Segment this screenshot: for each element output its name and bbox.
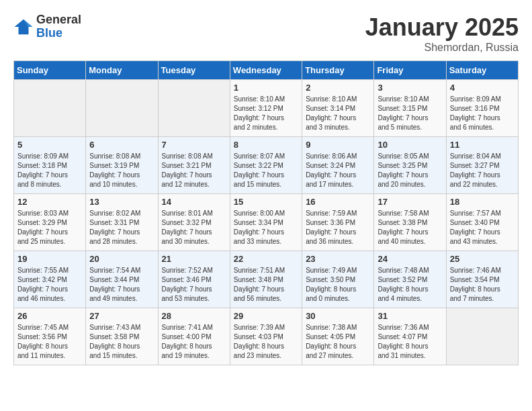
- day-info: Sunrise: 7:52 AM Sunset: 3:46 PM Dayligh…: [162, 266, 226, 304]
- week-row-3: 12Sunrise: 8:03 AM Sunset: 3:29 PM Dayli…: [14, 194, 519, 251]
- day-number: 26: [17, 311, 82, 321]
- calendar-cell: 16Sunrise: 7:59 AM Sunset: 3:36 PM Dayli…: [302, 194, 374, 251]
- calendar-cell: 26Sunrise: 7:45 AM Sunset: 3:56 PM Dayli…: [14, 308, 86, 365]
- week-row-1: 1Sunrise: 8:10 AM Sunset: 3:12 PM Daylig…: [14, 80, 519, 137]
- day-number: 16: [306, 197, 370, 207]
- day-number: 7: [162, 140, 226, 150]
- calendar-cell: [446, 308, 518, 365]
- day-number: 12: [17, 197, 82, 207]
- logo-general: General: [36, 13, 81, 27]
- day-number: 25: [450, 254, 515, 264]
- calendar-cell: 5Sunrise: 8:09 AM Sunset: 3:18 PM Daylig…: [14, 137, 86, 194]
- calendar-cell: [86, 80, 158, 137]
- subtitle: Shemordan, Russia: [365, 42, 519, 54]
- logo-text: General Blue: [36, 13, 81, 40]
- header-wednesday: Wednesday: [230, 61, 302, 80]
- calendar-cell: 30Sunrise: 7:38 AM Sunset: 4:05 PM Dayli…: [302, 308, 374, 365]
- day-info: Sunrise: 7:59 AM Sunset: 3:36 PM Dayligh…: [306, 209, 370, 246]
- header-saturday: Saturday: [446, 61, 518, 80]
- day-info: Sunrise: 7:49 AM Sunset: 3:50 PM Dayligh…: [306, 266, 370, 304]
- calendar-cell: 15Sunrise: 8:00 AM Sunset: 3:34 PM Dayli…: [230, 194, 302, 251]
- calendar-table: SundayMondayTuesdayWednesdayThursdayFrid…: [13, 60, 519, 365]
- day-info: Sunrise: 7:38 AM Sunset: 4:05 PM Dayligh…: [306, 323, 370, 361]
- day-info: Sunrise: 8:10 AM Sunset: 3:12 PM Dayligh…: [234, 95, 298, 132]
- day-number: 8: [234, 140, 298, 150]
- header-friday: Friday: [374, 61, 446, 80]
- calendar-cell: 2Sunrise: 8:10 AM Sunset: 3:14 PM Daylig…: [302, 80, 374, 137]
- day-info: Sunrise: 8:08 AM Sunset: 3:21 PM Dayligh…: [162, 152, 226, 189]
- day-number: 29: [234, 311, 298, 321]
- calendar-cell: 12Sunrise: 8:03 AM Sunset: 3:29 PM Dayli…: [14, 194, 86, 251]
- calendar-cell: 18Sunrise: 7:57 AM Sunset: 3:40 PM Dayli…: [446, 194, 518, 251]
- day-info: Sunrise: 8:02 AM Sunset: 3:31 PM Dayligh…: [89, 209, 154, 246]
- day-number: 18: [450, 197, 515, 207]
- calendar-cell: 9Sunrise: 8:06 AM Sunset: 3:24 PM Daylig…: [302, 137, 374, 194]
- calendar-header-row: SundayMondayTuesdayWednesdayThursdayFrid…: [14, 61, 519, 80]
- week-row-2: 5Sunrise: 8:09 AM Sunset: 3:18 PM Daylig…: [14, 137, 519, 194]
- day-info: Sunrise: 7:54 AM Sunset: 3:44 PM Dayligh…: [89, 266, 154, 304]
- header-sunday: Sunday: [14, 61, 86, 80]
- title-block: January 2025 Shemordan, Russia: [365, 13, 519, 54]
- day-info: Sunrise: 7:51 AM Sunset: 3:48 PM Dayligh…: [234, 266, 298, 304]
- day-info: Sunrise: 7:36 AM Sunset: 4:07 PM Dayligh…: [378, 323, 442, 361]
- day-info: Sunrise: 7:46 AM Sunset: 3:54 PM Dayligh…: [450, 266, 515, 304]
- week-row-4: 19Sunrise: 7:55 AM Sunset: 3:42 PM Dayli…: [14, 251, 519, 308]
- week-row-5: 26Sunrise: 7:45 AM Sunset: 3:56 PM Dayli…: [14, 308, 519, 365]
- day-number: 28: [162, 311, 226, 321]
- calendar-cell: 22Sunrise: 7:51 AM Sunset: 3:48 PM Dayli…: [230, 251, 302, 308]
- day-number: 20: [89, 254, 154, 264]
- day-number: 4: [450, 83, 515, 93]
- day-number: 27: [89, 311, 154, 321]
- calendar-cell: 6Sunrise: 8:08 AM Sunset: 3:19 PM Daylig…: [86, 137, 158, 194]
- calendar-cell: [158, 80, 230, 137]
- day-info: Sunrise: 8:03 AM Sunset: 3:29 PM Dayligh…: [17, 209, 82, 246]
- day-info: Sunrise: 8:10 AM Sunset: 3:15 PM Dayligh…: [378, 95, 442, 132]
- day-info: Sunrise: 7:55 AM Sunset: 3:42 PM Dayligh…: [17, 266, 82, 304]
- header-thursday: Thursday: [302, 61, 374, 80]
- calendar-cell: 21Sunrise: 7:52 AM Sunset: 3:46 PM Dayli…: [158, 251, 230, 308]
- calendar-cell: [14, 80, 86, 137]
- calendar-cell: 4Sunrise: 8:09 AM Sunset: 3:16 PM Daylig…: [446, 80, 518, 137]
- calendar-cell: 7Sunrise: 8:08 AM Sunset: 3:21 PM Daylig…: [158, 137, 230, 194]
- header-monday: Monday: [86, 61, 158, 80]
- day-info: Sunrise: 8:06 AM Sunset: 3:24 PM Dayligh…: [306, 152, 370, 189]
- day-number: 23: [306, 254, 370, 264]
- calendar-cell: 13Sunrise: 8:02 AM Sunset: 3:31 PM Dayli…: [86, 194, 158, 251]
- day-number: 22: [234, 254, 298, 264]
- day-info: Sunrise: 8:07 AM Sunset: 3:22 PM Dayligh…: [234, 152, 298, 189]
- calendar-cell: 11Sunrise: 8:04 AM Sunset: 3:27 PM Dayli…: [446, 137, 518, 194]
- calendar-cell: 17Sunrise: 7:58 AM Sunset: 3:38 PM Dayli…: [374, 194, 446, 251]
- day-number: 19: [17, 254, 82, 264]
- day-number: 11: [450, 140, 515, 150]
- logo-icon: [13, 17, 34, 37]
- day-info: Sunrise: 8:09 AM Sunset: 3:18 PM Dayligh…: [17, 152, 82, 189]
- day-number: 30: [306, 311, 370, 321]
- day-info: Sunrise: 8:10 AM Sunset: 3:14 PM Dayligh…: [306, 95, 370, 132]
- day-info: Sunrise: 8:04 AM Sunset: 3:27 PM Dayligh…: [450, 152, 515, 189]
- day-number: 24: [378, 254, 442, 264]
- day-info: Sunrise: 8:05 AM Sunset: 3:25 PM Dayligh…: [378, 152, 442, 189]
- day-number: 9: [306, 140, 370, 150]
- day-number: 15: [234, 197, 298, 207]
- calendar-cell: 24Sunrise: 7:48 AM Sunset: 3:52 PM Dayli…: [374, 251, 446, 308]
- day-info: Sunrise: 7:45 AM Sunset: 3:56 PM Dayligh…: [17, 323, 82, 361]
- page-header: General Blue January 2025 Shemordan, Rus…: [13, 13, 519, 54]
- day-info: Sunrise: 7:58 AM Sunset: 3:38 PM Dayligh…: [378, 209, 442, 246]
- main-title: January 2025: [365, 13, 519, 42]
- day-info: Sunrise: 7:48 AM Sunset: 3:52 PM Dayligh…: [378, 266, 442, 304]
- day-number: 21: [162, 254, 226, 264]
- logo-blue: Blue: [36, 27, 81, 40]
- calendar-cell: 19Sunrise: 7:55 AM Sunset: 3:42 PM Dayli…: [14, 251, 86, 308]
- calendar-cell: 25Sunrise: 7:46 AM Sunset: 3:54 PM Dayli…: [446, 251, 518, 308]
- day-number: 31: [378, 311, 442, 321]
- day-number: 6: [89, 140, 154, 150]
- day-number: 2: [306, 83, 370, 93]
- day-number: 14: [162, 197, 226, 207]
- day-info: Sunrise: 7:57 AM Sunset: 3:40 PM Dayligh…: [450, 209, 515, 246]
- calendar-cell: 20Sunrise: 7:54 AM Sunset: 3:44 PM Dayli…: [86, 251, 158, 308]
- day-info: Sunrise: 8:01 AM Sunset: 3:32 PM Dayligh…: [162, 209, 226, 246]
- day-info: Sunrise: 7:39 AM Sunset: 4:03 PM Dayligh…: [234, 323, 298, 361]
- day-number: 1: [234, 83, 298, 93]
- day-info: Sunrise: 7:41 AM Sunset: 4:00 PM Dayligh…: [162, 323, 226, 361]
- calendar-cell: 8Sunrise: 8:07 AM Sunset: 3:22 PM Daylig…: [230, 137, 302, 194]
